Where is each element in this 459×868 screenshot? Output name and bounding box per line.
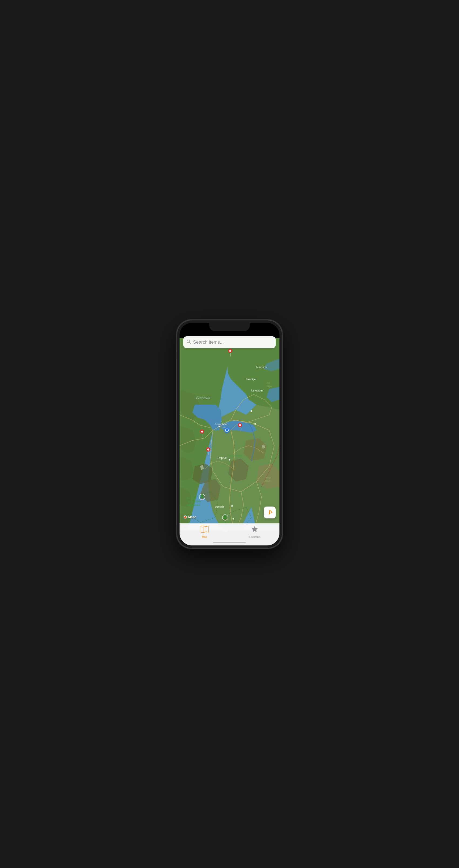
maps-logo: 🍎 Maps bbox=[183, 515, 197, 519]
svg-point-36 bbox=[229, 349, 231, 352]
svg-rect-57 bbox=[268, 331, 272, 332]
svg-line-59 bbox=[190, 342, 191, 344]
svg-point-8 bbox=[232, 518, 234, 520]
map-tab-icon bbox=[201, 526, 209, 535]
location-button[interactable] bbox=[264, 506, 276, 519]
svg-rect-53 bbox=[258, 331, 259, 333]
phone-screen: Namsos Steinkjer Frohavet Levanger Trond… bbox=[179, 323, 280, 546]
svg-point-4 bbox=[251, 410, 252, 412]
svg-point-6 bbox=[229, 459, 230, 461]
svg-point-42 bbox=[239, 424, 241, 426]
svg-rect-29 bbox=[202, 498, 203, 499]
svg-text:Sunndalsfjella: Sunndalsfjella bbox=[187, 500, 201, 503]
favorites-tab-icon bbox=[251, 526, 258, 535]
svg-text:Dovrefjell-: Dovrefjell- bbox=[187, 497, 197, 499]
svg-text:Steinkjer: Steinkjer bbox=[246, 378, 257, 381]
svg-text:Namsos: Namsos bbox=[257, 366, 267, 369]
svg-text:Rog: Rog bbox=[266, 476, 270, 479]
svg-rect-51 bbox=[255, 332, 256, 333]
notch bbox=[209, 323, 250, 331]
svg-point-45 bbox=[207, 448, 209, 451]
status-time: 2:39 bbox=[185, 329, 193, 333]
svg-text:naturr…: naturr… bbox=[265, 479, 273, 482]
svg-text:nasjonalpark: nasjonalpark bbox=[187, 503, 200, 506]
svg-rect-54 bbox=[259, 330, 260, 333]
search-icon bbox=[187, 340, 191, 345]
svg-rect-52 bbox=[257, 331, 258, 333]
svg-rect-56 bbox=[273, 331, 274, 332]
svg-point-5 bbox=[219, 426, 220, 427]
svg-text:Oppdal: Oppdal bbox=[217, 457, 227, 460]
svg-text:Blå: Blå bbox=[267, 382, 270, 385]
wifi-icon bbox=[262, 330, 266, 333]
svg-point-50 bbox=[226, 429, 228, 431]
signal-icon bbox=[255, 330, 260, 333]
svg-point-7 bbox=[231, 505, 233, 506]
svg-text:Forollhogna: Forollhogna bbox=[228, 454, 242, 457]
tab-favorites[interactable]: Favorites bbox=[230, 526, 280, 538]
svg-text:Dombås: Dombås bbox=[215, 505, 225, 508]
phone-frame: Namsos Steinkjer Frohavet Levanger Trond… bbox=[177, 320, 282, 548]
map-tab-label: Map bbox=[202, 535, 207, 538]
battery-icon bbox=[267, 330, 274, 333]
svg-rect-33 bbox=[225, 519, 226, 520]
svg-point-39 bbox=[201, 430, 203, 433]
svg-point-3 bbox=[254, 423, 256, 425]
home-indicator bbox=[213, 542, 246, 543]
svg-text:Frohavet: Frohavet bbox=[196, 396, 211, 400]
search-placeholder: Search items... bbox=[193, 340, 272, 345]
tab-map[interactable]: Map bbox=[179, 526, 230, 538]
search-bar[interactable]: Search items... bbox=[183, 336, 276, 348]
svg-text:Skjæ…: Skjæ… bbox=[267, 385, 274, 388]
svg-marker-62 bbox=[201, 526, 209, 533]
svg-text:Trondheim: Trondheim bbox=[215, 423, 228, 426]
svg-text:🍎: 🍎 bbox=[184, 516, 187, 519]
svg-text:Levanger: Levanger bbox=[251, 389, 263, 392]
favorites-tab-label: Favorites bbox=[249, 535, 260, 538]
status-icons bbox=[255, 330, 274, 333]
